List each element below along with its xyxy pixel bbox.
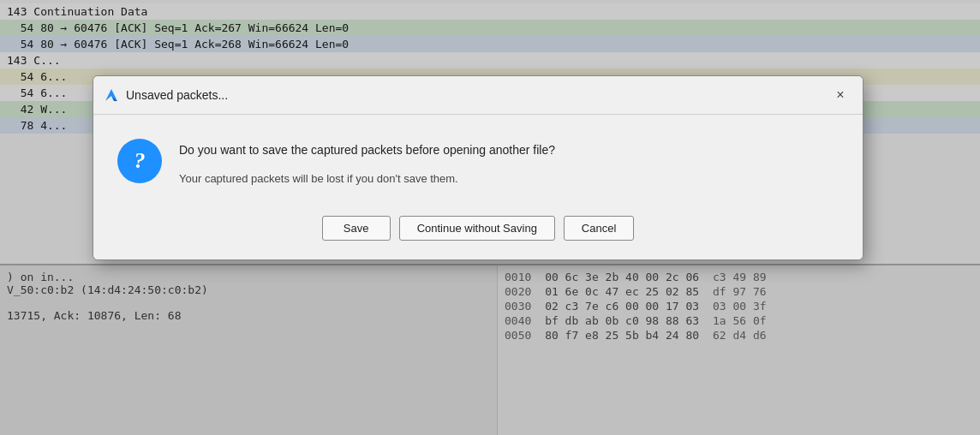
dialog-titlebar: Unsaved packets... ×: [93, 76, 863, 115]
svg-marker-0: [105, 89, 117, 101]
close-button[interactable]: ×: [828, 83, 852, 107]
dialog-sub-text: Your captured packets will be lost if yo…: [179, 171, 839, 187]
dialog-main-text: Do you want to save the captured packets…: [179, 142, 839, 159]
dialog-footer: Save Continue without Saving Cancel: [93, 204, 863, 259]
unsaved-packets-dialog: Unsaved packets... × ? Do you want to sa…: [93, 75, 863, 260]
dialog-body: ? Do you want to save the captured packe…: [93, 115, 863, 204]
continue-without-saving-button[interactable]: Continue without Saving: [399, 216, 555, 241]
cancel-button[interactable]: Cancel: [564, 216, 634, 241]
dialog-title: Unsaved packets...: [126, 88, 828, 102]
save-button[interactable]: Save: [322, 216, 391, 241]
dialog-text-block: Do you want to save the captured packets…: [179, 139, 839, 187]
wireshark-icon: [104, 87, 119, 103]
question-icon: ?: [117, 139, 162, 183]
